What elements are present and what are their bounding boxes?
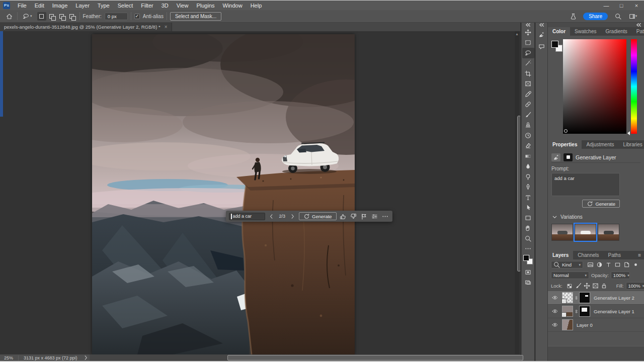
- layer-thumbnail[interactable]: [562, 306, 573, 317]
- prompt-input[interactable]: add a car: [229, 213, 265, 220]
- menu-type[interactable]: Type: [94, 2, 113, 10]
- generate-button[interactable]: Generate: [299, 212, 337, 220]
- pen-tool[interactable]: [522, 182, 534, 193]
- properties-tab-properties[interactable]: Properties: [548, 140, 582, 149]
- generative-fill-panel-icon[interactable]: [537, 29, 547, 39]
- menu-select[interactable]: Select: [114, 2, 137, 10]
- path-selection-tool[interactable]: [522, 203, 534, 213]
- menu-view[interactable]: View: [173, 2, 192, 10]
- report-flag-icon[interactable]: [360, 212, 368, 221]
- menu-window[interactable]: Window: [219, 2, 246, 10]
- menu-edit[interactable]: Edit: [31, 2, 48, 10]
- comments-panel-icon[interactable]: [537, 41, 547, 51]
- layer-filter-select[interactable]: Kind ▾: [551, 261, 583, 268]
- next-variation-button[interactable]: [288, 212, 297, 221]
- intersect-selection-button[interactable]: [67, 12, 76, 21]
- color-tab-gradients[interactable]: Gradients: [601, 27, 631, 36]
- layer-mask-link-icon[interactable]: [573, 296, 579, 300]
- fill-field[interactable]: 100% ▾: [626, 282, 644, 290]
- subtract-from-selection-button[interactable]: [57, 12, 66, 21]
- brush-tool[interactable]: [522, 110, 534, 120]
- filter-image-icon[interactable]: [587, 261, 594, 268]
- menu-help[interactable]: Help: [247, 2, 266, 10]
- lock-position-icon[interactable]: [584, 283, 590, 289]
- hue-slider[interactable]: [631, 39, 637, 134]
- workspace-switcher[interactable]: ▾: [628, 12, 638, 21]
- opacity-field[interactable]: 100% ▾: [611, 272, 630, 279]
- blend-mode-select[interactable]: Normal ▾: [551, 272, 589, 279]
- menu-3d[interactable]: 3D: [158, 2, 172, 10]
- more-options-icon[interactable]: [381, 212, 389, 221]
- crop-tool[interactable]: [522, 68, 534, 79]
- more-tool[interactable]: [522, 244, 534, 254]
- filter-adjustment-icon[interactable]: [596, 261, 603, 268]
- active-tool-preset[interactable]: ▾: [21, 12, 34, 21]
- layers-tab-layers[interactable]: Layers: [548, 251, 573, 259]
- layers-panel-menu-icon[interactable]: ≡: [638, 252, 644, 258]
- layer-thumbnail[interactable]: [562, 292, 573, 303]
- properties-tab-adjustments[interactable]: Adjustments: [582, 140, 618, 149]
- visibility-eye-icon[interactable]: [550, 295, 560, 301]
- type-tool[interactable]: [522, 192, 534, 203]
- canvas-image[interactable]: [92, 34, 355, 354]
- menu-plugins[interactable]: Plugins: [193, 2, 218, 10]
- zoom-level-field[interactable]: 25%: [0, 355, 19, 360]
- history-brush-tool[interactable]: [522, 130, 534, 141]
- variation-thumbnail-3[interactable]: [598, 224, 619, 241]
- layer-mask-thumbnail[interactable]: [579, 306, 590, 317]
- settings-sliders-icon[interactable]: [370, 212, 379, 221]
- layer-row-layer-0[interactable]: Layer 0: [548, 318, 644, 332]
- close-button[interactable]: ×: [629, 1, 644, 10]
- document-tab[interactable]: pexels-angelo-duranti-3512848.jpg @ 25% …: [0, 23, 172, 31]
- properties-generate-button[interactable]: Generate: [582, 200, 620, 208]
- lock-artboard-icon[interactable]: [592, 283, 599, 289]
- zoom-tool[interactable]: [522, 233, 534, 244]
- lock-pixels-icon[interactable]: [575, 283, 582, 289]
- scroll-up-icon[interactable]: ▲: [515, 32, 519, 36]
- vertical-scrollbar-thumb[interactable]: [517, 116, 520, 272]
- filter-smart-object-icon[interactable]: [623, 261, 630, 268]
- collapse-toolbar-icon[interactable]: [522, 23, 534, 27]
- visibility-eye-icon[interactable]: [550, 322, 560, 328]
- blur-tool[interactable]: [522, 161, 534, 172]
- prompt-textarea[interactable]: add a car: [551, 173, 620, 196]
- add-to-selection-button[interactable]: [47, 12, 56, 21]
- beaker-icon[interactable]: [568, 12, 578, 21]
- feather-input[interactable]: 0 px: [105, 13, 128, 20]
- menu-image[interactable]: Image: [49, 2, 71, 10]
- clone-stamp-tool[interactable]: [522, 120, 534, 131]
- rectangle-tool[interactable]: [522, 213, 534, 223]
- horizontal-scrollbar-thumb[interactable]: [227, 355, 523, 360]
- previous-variation-button[interactable]: [267, 212, 276, 221]
- foreground-color[interactable]: [551, 41, 558, 48]
- thumbs-up-icon[interactable]: [339, 212, 347, 221]
- lock-all-icon[interactable]: [601, 283, 607, 289]
- layer-row-generative-layer-2[interactable]: Generative Layer 2: [548, 291, 644, 305]
- color-cursor[interactable]: [564, 129, 568, 133]
- gradient-tool[interactable]: [522, 151, 534, 161]
- select-and-mask-button[interactable]: Select and Mask...: [170, 12, 221, 21]
- close-tab-icon[interactable]: ×: [165, 24, 168, 30]
- eraser-tool[interactable]: [522, 141, 534, 151]
- thumbs-down-icon[interactable]: [349, 212, 358, 221]
- color-tab-color[interactable]: Color: [548, 27, 570, 36]
- visibility-eye-icon[interactable]: [550, 308, 560, 314]
- lasso-tool[interactable]: [522, 48, 534, 58]
- eyedropper-tool[interactable]: [522, 89, 534, 100]
- home-icon[interactable]: [4, 12, 14, 21]
- color-tab-swatches[interactable]: Swatches: [570, 27, 601, 36]
- color-swatches[interactable]: [523, 255, 534, 265]
- filter-shape-icon[interactable]: [614, 261, 621, 268]
- foreground-color-swatch[interactable]: [523, 255, 529, 261]
- filter-toggle-icon[interactable]: [632, 261, 639, 268]
- dodge-tool[interactable]: [522, 171, 534, 182]
- marquee-tool[interactable]: [522, 38, 534, 48]
- lock-transparency-icon[interactable]: [567, 283, 573, 289]
- layer-mask-link-icon[interactable]: [573, 309, 579, 314]
- variation-thumbnail-2[interactable]: [575, 224, 596, 241]
- menu-file[interactable]: File: [14, 2, 30, 10]
- minimize-button[interactable]: —: [599, 1, 614, 10]
- variations-toggle[interactable]: Variations: [551, 214, 640, 220]
- layer-thumbnail[interactable]: [562, 319, 573, 330]
- collapse-dock-icon[interactable]: [548, 23, 644, 27]
